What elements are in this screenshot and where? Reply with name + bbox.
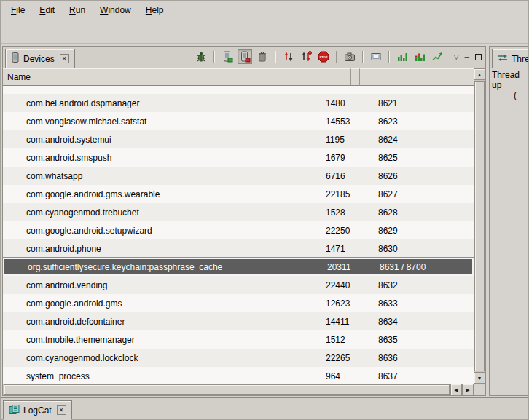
process-row[interactable]: com.android.vending224408632	[3, 276, 474, 294]
column-header[interactable]	[351, 68, 360, 86]
screen-capture-icon[interactable]	[342, 49, 357, 64]
cell: 8632	[369, 280, 474, 290]
debug-process-icon[interactable]	[194, 49, 208, 64]
cell: com.google.android.setupwizard	[3, 226, 316, 236]
tab-devices-label: Devices	[23, 54, 55, 64]
heap-bars-icon[interactable]	[412, 49, 427, 64]
hierarchy-view-icon[interactable]	[369, 49, 383, 64]
process-row[interactable]: org.sufficientlysecure.keychain:passphra…	[3, 258, 474, 276]
cell: 8631 / 8700	[371, 262, 472, 272]
cell: 8630	[369, 244, 474, 254]
process-row[interactable]: com.tmobile.thememanager15128635	[3, 330, 474, 349]
column-header-pid[interactable]	[316, 68, 351, 86]
threads-message-area: Thread up (	[490, 68, 528, 395]
tab-logcat[interactable]: LogCat ✕	[3, 400, 72, 420]
dump-hprof-icon[interactable]	[238, 49, 252, 64]
process-row[interactable]: com.cyanogenmod.lockclock222658636	[3, 349, 474, 367]
cell: com.android.phone	[3, 244, 316, 254]
scroll-right-icon[interactable]: ▶	[462, 384, 474, 395]
process-row[interactable]: com.google.android.gms126238633	[3, 294, 474, 312]
scroll-left-icon[interactable]: ◀	[450, 384, 462, 395]
devices-toolbar: STOP	[194, 49, 482, 64]
scrolled-row-remainder	[3, 86, 474, 94]
threads-view: Threads Thread up (	[489, 46, 528, 396]
app-window: File Edit Run Window Help Devices ✕	[0, 0, 529, 420]
process-row[interactable]: com.google.android.setupwizard222508629	[3, 221, 474, 239]
column-header-name[interactable]: Name	[3, 68, 316, 86]
cell: 20311	[318, 262, 353, 272]
logcat-icon	[9, 404, 20, 417]
maximize-icon[interactable]	[475, 54, 482, 60]
cell: 22440	[316, 280, 351, 290]
scroll-down-icon[interactable]: ▼	[474, 372, 485, 384]
device-icon	[11, 52, 20, 65]
cell: com.cyanogenmod.lockclock	[3, 353, 316, 363]
view-menu-icon[interactable]: ▽	[454, 54, 459, 60]
cause-gc-icon[interactable]	[255, 49, 270, 64]
menu-run[interactable]: Run	[62, 1, 93, 19]
process-row[interactable]: com.android.systemui11958624	[3, 130, 474, 148]
process-row[interactable]: com.cyanogenmod.trebuchet15288628	[3, 203, 474, 221]
cell: org.sufficientlysecure.keychain:passphra…	[4, 262, 318, 272]
toolbar-separator	[213, 51, 215, 63]
cell: 8636	[369, 353, 474, 363]
threads-tabbar: Threads	[490, 47, 528, 68]
process-row[interactable]: com.bel.android.dspmanager14808621	[3, 94, 474, 112]
view-controls: ▽ ─	[454, 54, 482, 60]
cell: com.google.android.gms	[3, 298, 316, 309]
process-row[interactable]: com.vonglasow.michael.satstat145538623	[3, 112, 474, 130]
process-row[interactable]: com.android.smspush16798625	[3, 148, 474, 167]
tab-threads-label: Threads	[512, 54, 528, 64]
menu-window[interactable]: Window	[93, 1, 138, 19]
cell: 1480	[316, 98, 351, 108]
menu-file[interactable]: File	[4, 1, 32, 19]
vertical-scrollbar[interactable]: ▲ ▼	[474, 68, 485, 384]
cell: com.whatsapp	[3, 171, 316, 181]
cell: 1512	[316, 335, 351, 345]
toolbar-separator	[275, 51, 276, 63]
cell: 8624	[369, 135, 474, 145]
cell: 8621	[369, 98, 474, 108]
cell: com.google.android.gms.wearable	[3, 189, 316, 199]
tab-logcat-label: LogCat	[23, 405, 52, 416]
vertical-scrollbar-thumb[interactable]	[474, 81, 485, 371]
scroll-up-icon[interactable]: ▲	[474, 68, 485, 80]
cell: 8629	[369, 226, 474, 236]
cell: com.cyanogenmod.trebuchet	[3, 207, 316, 218]
process-row[interactable]: com.google.android.gms.wearable221858627	[3, 185, 474, 203]
cell: 1679	[316, 153, 351, 163]
horizontal-scrollbar-thumb[interactable]	[4, 384, 450, 395]
close-icon[interactable]: ✕	[60, 54, 69, 63]
toolbar-separator	[388, 51, 390, 63]
cell: 8628	[369, 207, 474, 218]
tab-devices[interactable]: Devices ✕	[5, 49, 75, 68]
threads-message-line: (	[514, 90, 528, 100]
thread-bars-icon[interactable]	[395, 49, 410, 64]
horizontal-scrollbar[interactable]: ◀ ▶	[3, 384, 474, 395]
cell: 8637	[369, 371, 474, 381]
close-icon[interactable]: ✕	[57, 405, 66, 415]
tab-threads[interactable]: Threads	[492, 49, 528, 68]
cell: 22265	[316, 353, 351, 363]
method-profiling-icon[interactable]	[299, 49, 313, 64]
update-heap-icon[interactable]	[220, 49, 235, 64]
update-threads-icon[interactable]	[281, 49, 296, 64]
devices-table: Name com.bel.android.dspmanager14808621c…	[3, 68, 485, 395]
column-header[interactable]	[360, 68, 369, 86]
stop-process-icon[interactable]: STOP	[316, 49, 331, 64]
process-row[interactable]: com.android.phone14718630	[3, 239, 474, 258]
minimize-icon[interactable]: ─	[465, 54, 469, 60]
chart-line-icon[interactable]	[430, 49, 444, 64]
process-row[interactable]: com.android.defcontainer144118634	[3, 312, 474, 330]
column-header-port[interactable]	[369, 68, 474, 86]
threads-message-line: Thread up	[492, 70, 528, 90]
cell: 22185	[316, 189, 351, 199]
cell: 964	[316, 371, 351, 381]
menu-edit[interactable]: Edit	[32, 1, 62, 19]
main-area: Devices ✕	[1, 44, 528, 397]
cell: 1471	[316, 244, 351, 254]
menu-help[interactable]: Help	[138, 1, 171, 19]
cell: com.android.vending	[3, 280, 316, 290]
process-row[interactable]: system_process9648637	[3, 367, 474, 384]
process-row[interactable]: com.whatsapp67168626	[3, 167, 474, 185]
